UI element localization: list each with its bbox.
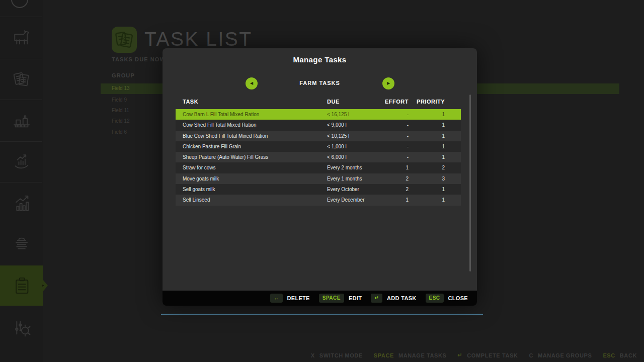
next-tab-button[interactable]: ▶	[382, 77, 394, 89]
sidebar-item-finances[interactable]	[11, 151, 33, 173]
key-c: C	[529, 352, 533, 358]
space-key-badge[interactable]: SPACE	[319, 294, 344, 303]
esc-key-badge[interactable]: ESC	[426, 294, 444, 303]
enter-key-icon[interactable]: ↵	[371, 294, 382, 303]
sidebar-item-settings[interactable]	[11, 317, 33, 339]
key-esc: ESC	[603, 352, 615, 358]
field-row[interactable]: Field 9	[112, 97, 127, 103]
emblem-icon	[11, 233, 33, 255]
edit-button-label[interactable]: EDIT	[349, 295, 362, 301]
field-row[interactable]: Field 6	[112, 129, 127, 135]
hotkey-switch-mode[interactable]: X SWITCH MODE	[311, 352, 363, 358]
task-row[interactable]: Sell goats milk Every October 2 1	[176, 184, 461, 195]
task-row[interactable]: Straw for cows Every 2 months 1 2	[176, 162, 461, 173]
clock-icon	[11, 0, 28, 8]
production-icon	[11, 110, 33, 132]
field-row[interactable]: Field 11	[112, 108, 129, 113]
documents-icon	[11, 68, 33, 90]
hotkey-back[interactable]: ESC BACK	[603, 352, 637, 358]
tasks-due-now-label: TASKS DUE NOW	[112, 56, 166, 62]
hotkey-bar: X SWITCH MODE SPACE MANAGE TASKS ↵ COMPL…	[311, 352, 637, 358]
task-table: Cow Barn L Fill Total Mixed Ration < 16,…	[176, 109, 461, 206]
hotkey-manage-groups[interactable]: C MANAGE GROUPS	[529, 352, 592, 358]
add-task-button-label[interactable]: ADD TASK	[387, 295, 416, 301]
sidebar: ▸	[0, 0, 43, 362]
task-row[interactable]: Chicken Pasture Fill Grain < 1,000 l - 1	[176, 141, 461, 152]
statistics-icon	[11, 193, 33, 215]
field-row-label: Field 13	[112, 85, 130, 91]
page-divider-line	[161, 314, 483, 315]
tuning-icon	[11, 317, 33, 339]
column-priority: PRIORITY	[409, 99, 445, 105]
sidebar-item-mod[interactable]	[11, 233, 33, 255]
key-space: SPACE	[374, 352, 394, 358]
task-row[interactable]: Sell Linseed Every December 1 1	[176, 195, 461, 205]
table-header: TASK DUE EFFORT PRIORITY	[176, 99, 461, 105]
group-column-label: GROUP	[112, 72, 135, 78]
delete-button-label[interactable]: DELETE	[287, 295, 310, 301]
enter-key-icon: ↵	[457, 352, 462, 358]
finances-icon	[11, 151, 33, 173]
field-row[interactable]: Field 12	[112, 118, 130, 124]
column-due: DUE	[327, 99, 382, 105]
sidebar-divider	[0, 141, 42, 142]
sidebar-item-statistics[interactable]	[11, 193, 33, 215]
task-list-page-icon	[112, 27, 137, 53]
key-x: X	[311, 352, 315, 358]
sidebar-item-task-list[interactable]	[0, 265, 43, 306]
dialog-footer: ↔ DELETE SPACE EDIT ↵ ADD TASK ESC CLOSE	[163, 291, 477, 306]
cow-icon	[11, 27, 33, 49]
task-row[interactable]: Sheep Pasture (Auto Water) Fill Grass < …	[176, 152, 461, 162]
sidebar-divider	[0, 59, 42, 59]
sidebar-divider	[0, 100, 42, 100]
hotkey-complete-task[interactable]: ↵ COMPLETE TASK	[457, 352, 518, 358]
task-row[interactable]: Blue Cow Shed Fill Total Mixed Ration < …	[176, 131, 461, 141]
close-button-label[interactable]: CLOSE	[448, 295, 468, 301]
task-row-selected[interactable]: Cow Barn L Fill Total Mixed Ration < 16,…	[176, 109, 461, 120]
tab-group-label: FARM TASKS	[163, 80, 477, 86]
notch-arrow-icon: ▸	[42, 283, 44, 288]
column-effort: EFFORT	[382, 99, 409, 105]
sidebar-divider	[0, 17, 42, 17]
page-title: TASK LIST	[144, 28, 253, 50]
task-row[interactable]: Cow Shed Fill Total Mixed Ration < 9,000…	[176, 120, 461, 130]
hotkey-manage-tasks[interactable]: SPACE MANAGE TASKS	[374, 352, 447, 358]
dialog-body: Manage Tasks ◀ FARM TASKS ▶ TASK DUE EFF…	[163, 48, 477, 291]
sidebar-divider	[0, 223, 42, 223]
sidebar-divider	[0, 182, 42, 183]
game-screen: ▸ TASK LIST TASKS DUE NOW GROUP Field 13…	[0, 0, 644, 362]
delete-key-icon[interactable]: ↔	[270, 294, 283, 303]
list-scrollbar[interactable]	[469, 95, 471, 272]
manage-tasks-dialog: Manage Tasks ◀ FARM TASKS ▶ TASK DUE EFF…	[163, 48, 477, 306]
clipboard-icon	[11, 275, 33, 297]
sidebar-item-production[interactable]	[11, 110, 33, 132]
sidebar-item-animals[interactable]	[11, 27, 33, 49]
dialog-title: Manage Tasks	[163, 55, 477, 64]
column-task: TASK	[176, 99, 327, 105]
task-row[interactable]: Move goats milk Every 1 months 2 3	[176, 173, 461, 184]
chevron-right-icon: ▶	[387, 81, 390, 85]
sidebar-item-contracts[interactable]	[11, 68, 33, 90]
